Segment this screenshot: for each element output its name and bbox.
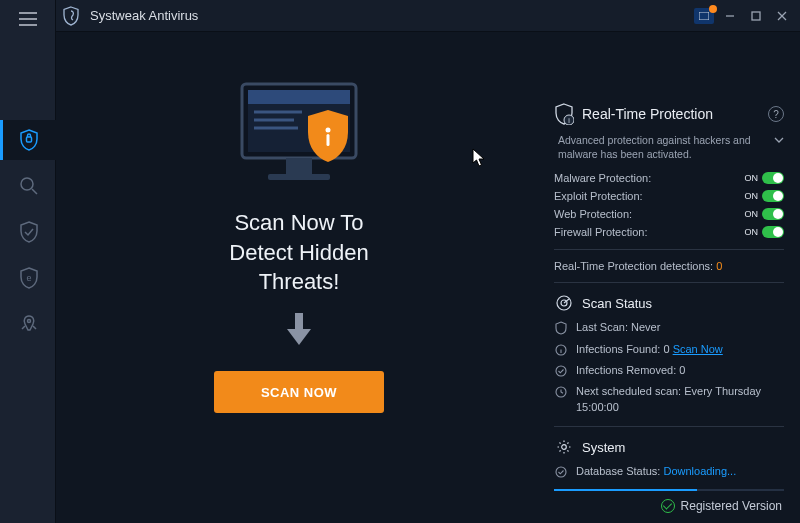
svg-point-4 (21, 178, 33, 190)
svg-rect-10 (752, 12, 760, 20)
protection-row: Firewall Protection: ON (554, 223, 784, 241)
database-status-row: Database Status: Downloading... (554, 461, 784, 482)
svg-rect-15 (248, 90, 350, 104)
notification-button[interactable] (694, 6, 714, 26)
divider (554, 249, 784, 250)
shield-info-icon: i (554, 104, 574, 124)
rtp-title: Real-Time Protection (582, 106, 713, 122)
chevron-down-icon[interactable] (774, 134, 784, 148)
protection-label: Firewall Protection: (554, 226, 745, 238)
rtp-advanced-row[interactable]: Advanced protection against hackers and … (554, 132, 784, 169)
protection-row: Malware Protection: ON (554, 169, 784, 187)
sidebar: e (0, 0, 56, 523)
infections-found-row: Infections Found: 0 Scan Now (554, 339, 784, 360)
svg-rect-22 (327, 134, 330, 146)
nav-quarantine[interactable]: e (0, 258, 56, 298)
scan-status-header: Scan Status (554, 293, 784, 313)
protection-row: Web Protection: ON (554, 205, 784, 223)
scan-headline: Scan Now To Detect Hidden Threats! (229, 208, 368, 297)
rtp-help-icon[interactable]: ? (768, 106, 784, 122)
nav-scan[interactable] (0, 166, 56, 206)
svg-point-33 (556, 467, 566, 477)
info-icon (554, 343, 568, 357)
main-area: Scan Now To Detect Hidden Threats! SCAN … (56, 32, 800, 523)
scan-now-button[interactable]: SCAN NOW (214, 371, 384, 413)
protection-row: Exploit Protection: ON (554, 187, 784, 205)
svg-point-7 (28, 320, 31, 323)
scan-illustration (224, 76, 374, 196)
firewall-toggle[interactable]: ON (745, 226, 785, 238)
rtp-detections: Real-Time Protection detections: 0 (554, 258, 784, 274)
arrow-down-icon (285, 311, 313, 351)
web-toggle[interactable]: ON (745, 208, 785, 220)
maximize-button[interactable] (746, 6, 766, 26)
protection-label: Exploit Protection: (554, 190, 745, 202)
nav-status[interactable] (0, 120, 56, 160)
system-header: System (554, 437, 784, 457)
scan-status-title: Scan Status (582, 296, 652, 311)
check-icon (661, 499, 675, 513)
svg-point-21 (326, 128, 331, 133)
last-scan-row: Last Scan: Never (554, 317, 784, 338)
malware-toggle[interactable]: ON (745, 172, 785, 184)
notification-icon (694, 8, 714, 24)
protection-label: Malware Protection: (554, 172, 745, 184)
clock-icon (554, 385, 568, 399)
database-status-value: Downloading... (663, 465, 736, 477)
next-scheduled-row: Next scheduled scan: Every Thursday 15:0… (554, 381, 784, 418)
svg-rect-8 (699, 12, 709, 20)
check-circle-icon (554, 364, 568, 378)
center-panel: Scan Now To Detect Hidden Threats! SCAN … (56, 32, 542, 523)
menu-toggle[interactable] (0, 6, 56, 32)
right-panel: i Real-Time Protection ? Advanced protec… (542, 32, 800, 523)
svg-point-32 (562, 445, 567, 450)
titlebar: Systweak Antivirus (0, 0, 800, 32)
minimize-button[interactable] (720, 6, 740, 26)
gear-icon (554, 437, 574, 457)
svg-line-5 (32, 189, 37, 194)
close-button[interactable] (772, 6, 792, 26)
nav-protection[interactable] (0, 212, 56, 252)
rtp-advanced-text: Advanced protection against hackers and … (558, 134, 768, 161)
registered-label: Registered Version (681, 499, 782, 513)
svg-rect-19 (286, 158, 312, 174)
download-progress (554, 489, 784, 491)
protection-label: Web Protection: (554, 208, 745, 220)
infections-removed-row: Infections Removed: 0 (554, 360, 784, 381)
svg-rect-20 (268, 174, 330, 180)
app-title: Systweak Antivirus (90, 8, 198, 23)
svg-rect-3 (27, 137, 32, 142)
system-title: System (582, 440, 625, 455)
shield-small-icon (554, 321, 568, 335)
svg-text:e: e (26, 273, 31, 283)
app-logo-icon (60, 5, 82, 27)
scan-now-link[interactable]: Scan Now (673, 343, 723, 355)
radar-icon (554, 293, 574, 313)
footer-registered: Registered Version (661, 499, 782, 513)
divider (554, 426, 784, 427)
check-circle-icon (554, 465, 568, 479)
exploit-toggle[interactable]: ON (745, 190, 785, 202)
svg-point-30 (556, 366, 566, 376)
nav-startup[interactable] (0, 304, 56, 344)
divider (554, 282, 784, 283)
rtp-header: i Real-Time Protection ? (554, 104, 784, 124)
